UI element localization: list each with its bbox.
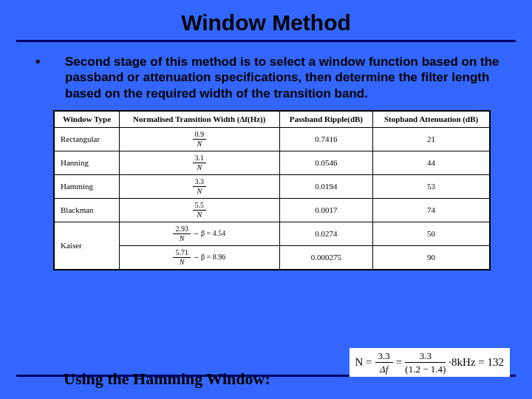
table-row-kaiser: 5.71N→β = 8.96 0.000275 90 — [55, 245, 490, 269]
cell-atten: 21 — [373, 127, 490, 151]
cell-width: 2.93N→β = 4.54 — [119, 222, 279, 245]
table-row: Hamming 3.3N 0.0194 53 — [55, 174, 490, 198]
window-table: Window Type Normalised Transition Width … — [53, 110, 491, 270]
cell-atten: 74 — [373, 198, 490, 222]
cell-ripple: 0.0546 — [279, 151, 373, 174]
cell-width: 5.5N — [119, 198, 279, 222]
eq-lhs: N = — [355, 356, 372, 369]
cell-type: Blackman — [55, 198, 120, 222]
cell-ripple: 0.0194 — [279, 174, 373, 198]
cell-type: Hamming — [55, 174, 120, 198]
page-title: Window Method — [0, 0, 532, 35]
cell-atten: 44 — [373, 151, 490, 174]
col-header-atten: Stopband Attenuation (dB) — [373, 111, 490, 127]
cell-ripple: 0.000275 — [279, 245, 373, 269]
cell-type: Kaiser — [55, 222, 120, 269]
eq-fraction: 3.3 (1.2 − 1.4) — [405, 351, 446, 374]
equation: N = 3.3 Δf = 3.3 (1.2 − 1.4) ·8kHz = 132 — [349, 348, 510, 377]
table-row-kaiser: Kaiser 2.93N→β = 4.54 0.0274 50 — [55, 222, 490, 245]
eq-suffix: ·8kHz = 132 — [449, 356, 504, 369]
bullet-marker: • — [35, 54, 65, 101]
cell-type: Hanning — [55, 151, 120, 174]
col-header-width: Normalised Transition Width (Δf(Hz)) — [119, 111, 279, 127]
eq-fraction: 3.3 Δf — [375, 351, 393, 374]
cell-width: 5.71N→β = 8.96 — [119, 245, 279, 269]
cell-ripple: 0.0017 — [279, 198, 373, 222]
cell-type: Rectangular — [55, 127, 120, 151]
bullet-text: Second stage of this method is to select… — [65, 54, 502, 101]
eq-equals: = — [396, 356, 402, 369]
table-row: Hanning 3.1N 0.0546 44 — [55, 151, 490, 174]
cell-ripple: 0.7416 — [279, 127, 373, 151]
table-row: Rectangular 0.9N 0.7416 21 — [55, 127, 490, 151]
cell-atten: 50 — [373, 222, 490, 245]
bullet-item: • Second stage of this method is to sele… — [0, 42, 532, 101]
cell-width: 3.1N — [119, 151, 279, 174]
col-header-ripple: Passband Ripple(dB) — [279, 111, 373, 127]
hamming-label: Using the Hamming Window: — [64, 369, 270, 389]
cell-atten: 53 — [373, 174, 490, 198]
table-row: Blackman 5.5N 0.0017 74 — [55, 198, 490, 222]
cell-ripple: 0.0274 — [279, 222, 373, 245]
cell-width: 0.9N — [119, 127, 279, 151]
cell-atten: 90 — [373, 245, 490, 269]
col-header-type: Window Type — [55, 111, 120, 127]
cell-width: 3.3N — [119, 174, 279, 198]
